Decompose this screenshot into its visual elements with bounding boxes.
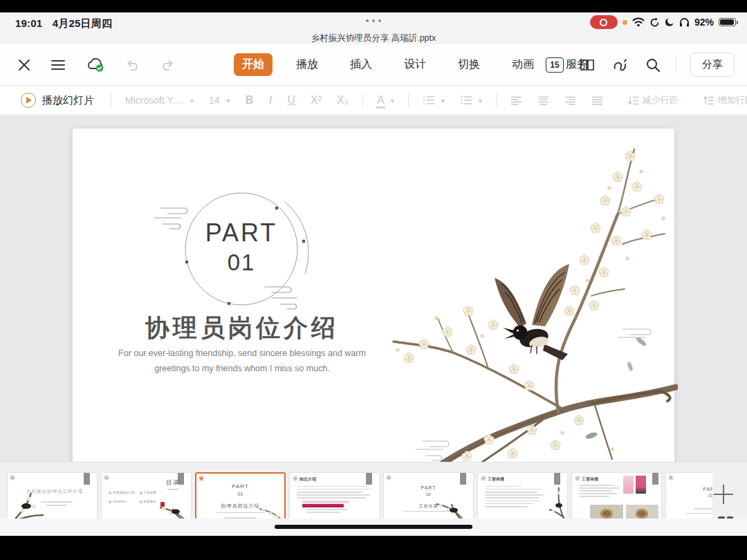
slide-subtitle-line2[interactable]: greetings to my friends whom I miss so m… [93,364,391,373]
screen-recording-indicator-icon[interactable] [590,15,618,29]
chevron-down-icon: ▾ [391,97,394,104]
tab-transition[interactable]: 切换 [450,53,488,76]
thumbnail-slide-4[interactable]: 岗位介绍 [289,472,380,525]
menu-button[interactable] [50,58,66,72]
slide-count-badge-button[interactable]: 15 [546,57,564,73]
format-toolbar: 播放幻灯片 Microsoft Ya... ▾ 14 ▾ B I U X² X₂ [0,86,747,115]
flower-icon [293,476,298,481]
bottom-bezel [0,536,747,560]
thumb-title-text: 乡村振兴协理员工作分享 [20,488,89,495]
cloud-sync-status-button[interactable] [84,56,107,74]
share-button[interactable]: 分享 [690,53,735,77]
wifi-icon [632,17,645,27]
bookmark-tab [366,473,372,485]
tab-insert[interactable]: 插入 [342,53,380,76]
focus-moon-icon [665,17,674,27]
chevron-down-icon: ▾ [441,97,445,104]
undo-button[interactable] [124,57,141,73]
font-size-select[interactable]: 14 ▾ [208,93,232,107]
tab-design[interactable]: 设计 [396,53,434,76]
bookmark-tab [460,473,466,485]
align-right-button[interactable] [563,95,578,106]
toc-title: 目录 [166,478,180,487]
thumbnail-slide-1[interactable]: 乡村振兴协理员工作分享 [7,472,98,525]
bookmark-tab [554,473,560,485]
numbered-list-button[interactable]: ▾ [459,94,483,106]
align-left-button[interactable] [509,95,524,106]
chevron-down-icon: ▾ [227,97,230,104]
bookmark-tab [652,473,658,485]
tab-play[interactable]: 播放 [288,53,326,76]
flower-icon [199,476,204,481]
battery-icon [719,18,736,26]
superscript-button[interactable]: X² [309,94,323,106]
chevron-down-icon: ▾ [479,97,482,104]
slide-subtitle-line1[interactable]: For our ever-lasting friendship, send si… [93,348,391,358]
thumbnail-slide-3-selected[interactable]: PART 01 协理员岗位介绍 [195,472,286,525]
thumbnail-slide-5[interactable]: PART 02 工资待遇 [383,472,474,525]
align-justify-button[interactable] [590,95,605,106]
toc-subtitle: Contents [166,487,180,491]
ipad-screen: 19:01 4月25日周四 [0,0,747,560]
flower-icon [104,475,109,480]
chevron-down-icon: ▾ [190,97,194,104]
align-center-button[interactable] [536,95,551,106]
toolbar-divider [676,57,676,73]
flower-icon [481,476,486,481]
battery-percent: 92% [694,17,714,28]
tab-animation[interactable]: 动画 [504,53,542,76]
wps-presentation-app: 19:01 4月25日周四 [0,12,747,536]
ink-pen-icon[interactable] [611,56,630,74]
multitasking-dots-icon [366,19,381,22]
tab-home[interactable]: 开始 [234,53,273,76]
redo-button[interactable] [159,57,176,73]
thumbnail-slide-8[interactable]: PART 03 [665,472,712,525]
home-indicator-area [0,519,747,536]
underline-button[interactable]: U [286,94,297,106]
part-word[interactable]: PART [179,218,304,248]
mic-in-use-dot-icon [622,20,627,25]
ribbon-tabs: 开始 播放 插入 设计 切换 动画 服务 [234,44,596,85]
increase-line-spacing-button[interactable]: 增加行距 [702,93,747,108]
part-number[interactable]: 01 [179,250,304,276]
status-bar: 19:01 4月25日周四 [0,12,747,33]
thumbnail-slide-7[interactable]: 工资待遇 [571,472,662,525]
top-bezel [0,0,747,12]
bird [495,264,569,360]
decrease-line-spacing-button[interactable]: 减少行距 [627,93,680,108]
flower-icon [10,475,15,480]
font-color-button[interactable]: A ▾ [376,93,396,108]
status-date: 4月25日周四 [53,17,112,29]
bold-button[interactable]: B [244,94,255,106]
phone-screenshot-images [623,476,646,494]
add-slide-button[interactable] [710,480,737,508]
rotation-lock-icon [649,17,660,28]
play-slideshow-button[interactable]: 播放幻灯片 [17,92,98,109]
home-indicator[interactable] [275,525,472,529]
font-name-select[interactable]: Microsoft Ya... ▾ [124,93,195,107]
highlight-row-pink [302,501,349,503]
italic-button[interactable]: I [267,94,273,106]
bullet-list-button[interactable]: ▾ [421,94,446,106]
slide-workspace: PART 01 协理员岗位介绍 For our ever-lasting fri… [0,115,747,462]
flower-icon [668,475,674,480]
main-toolbar: 开始 播放 插入 设计 切换 动画 服务 15 [0,44,747,86]
thumbnail-slide-2[interactable]: 目录 Contents 协理员岗位介绍 工资待遇 备考建议 [101,472,192,525]
document-title: 乡村振兴协理员分享 高瑞訢.pptx [0,32,747,44]
slide-title[interactable]: 协理员岗位介绍 [111,312,374,344]
flower-icon [575,476,580,481]
reading-view-icon[interactable] [578,57,597,73]
current-slide-canvas[interactable]: PART 01 协理员岗位介绍 For our ever-lasting fri… [73,129,674,465]
subscript-button[interactable]: X₂ [335,94,350,106]
bookmark-tab [84,473,90,485]
play-icon [21,93,36,108]
headphones-icon [679,17,690,27]
close-button[interactable] [17,57,32,73]
status-time: 19:01 [15,17,42,29]
thumbnail-slide-6[interactable]: 工资待遇 [477,472,568,525]
plum-blossom-bird-artwork[interactable] [384,137,678,465]
flower-icon [386,475,391,480]
highlight-row-red [302,504,344,507]
red-seal [160,502,165,507]
search-icon[interactable] [644,56,662,74]
